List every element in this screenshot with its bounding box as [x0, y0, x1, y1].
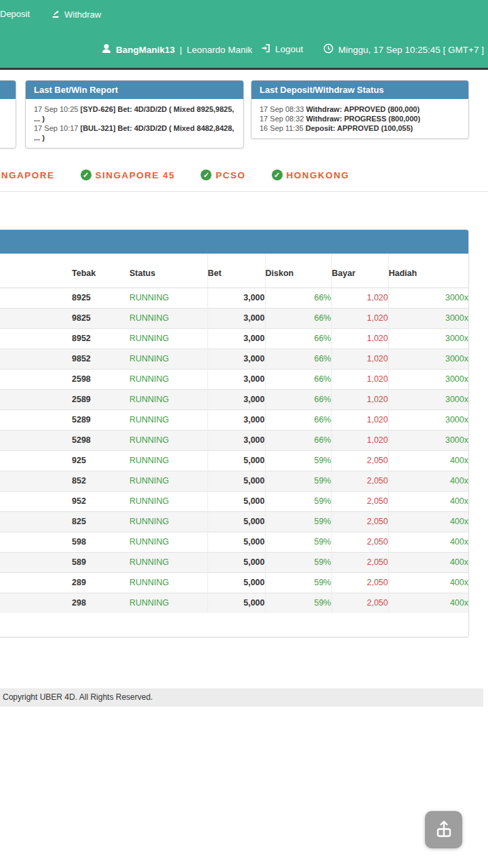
col-header-hadiah: Hadiah — [388, 254, 468, 288]
logout-button[interactable]: Logout — [261, 43, 303, 55]
diskon-cell: 59% — [265, 532, 331, 553]
tebak-cell: 589 — [72, 553, 129, 573]
user-icon — [102, 43, 111, 56]
diskon-cell: 66% — [265, 390, 331, 410]
bayar-cell: 1,020 — [331, 309, 388, 329]
bet-table-row: 3D298RUNNING5,00059%2,050400x — [0, 593, 468, 614]
market-hongkong[interactable]: ✓HONGKONG — [272, 170, 350, 180]
hadiah-cell: 3000x — [388, 288, 468, 309]
game-cell: 4D — [0, 410, 72, 431]
bet-cell: 5,000 — [207, 471, 265, 492]
bet-table-header-row: Game Tebak Status Bet Diskon Bayar Hadia… — [0, 254, 468, 288]
bet-table-row: 4D2598RUNNING3,00066%1,0203000x — [0, 370, 468, 390]
status-cell: RUNNING — [129, 370, 207, 390]
tebak-cell: 852 — [72, 471, 129, 492]
hadiah-cell: 3000x — [388, 390, 468, 410]
diskon-cell: 66% — [265, 309, 331, 329]
game-cell: 4D — [0, 288, 72, 309]
bet-cell: 5,000 — [207, 553, 265, 573]
diskon-cell: 59% — [265, 471, 331, 492]
top-header: Deposit Withdraw BangManik13 | Leonardo … — [0, 0, 488, 68]
status-cell: RUNNING — [129, 309, 207, 329]
bayar-cell: 2,050 — [331, 553, 388, 573]
col-header-bet: Bet — [207, 254, 265, 288]
col-header-bayar: Bayar — [331, 254, 388, 288]
status-cell: RUNNING — [129, 288, 207, 309]
bet-cell: 3,000 — [207, 349, 265, 370]
hadiah-cell: 400x — [388, 512, 468, 532]
game-cell: 4D — [0, 309, 72, 329]
bet-report-entry: 17 Sep 10:17 [BUL-321] Bet: 4D/3D/2D ( M… — [34, 124, 234, 142]
bayar-cell: 1,020 — [331, 349, 388, 370]
game-cell: 3D — [0, 451, 72, 471]
bayar-cell: 1,020 — [331, 390, 388, 410]
hadiah-cell: 400x — [388, 471, 468, 492]
hadiah-cell: 3000x — [388, 431, 468, 451]
nav-withdraw[interactable]: Withdraw — [51, 9, 101, 20]
tebak-cell: 289 — [72, 573, 129, 593]
tebak-cell: 925 — [72, 451, 129, 471]
bayar-cell: 2,050 — [331, 593, 388, 614]
bet-table-row: 3D952RUNNING5,00059%2,050400x — [0, 492, 468, 512]
bet-table-row: 4D2589RUNNING3,00066%1,0203000x — [0, 390, 468, 410]
tebak-cell: 2598 — [72, 370, 129, 390]
check-circle-icon: ✓ — [201, 170, 211, 180]
game-cell: 3D — [0, 553, 72, 573]
footer: Copyright UBER 4D. All Rights Reserved. — [0, 688, 483, 707]
bet-table-row: 3D825RUNNING5,00059%2,050400x — [0, 512, 468, 532]
bayar-cell: 1,020 — [331, 370, 388, 390]
check-circle-icon: ✓ — [81, 170, 92, 180]
status-cell: RUNNING — [129, 410, 207, 431]
tebak-cell: 825 — [72, 512, 129, 532]
status-cell: RUNNING — [129, 349, 207, 370]
diskon-cell: 59% — [265, 512, 331, 532]
bayar-cell: 2,050 — [331, 451, 388, 471]
diskon-cell: 59% — [265, 573, 331, 593]
nav-deposit-label: Deposit — [0, 9, 30, 19]
market-pcso[interactable]: ✓PCSO — [201, 170, 245, 180]
market-label: PCSO — [216, 170, 245, 180]
display-name: Leonardo Manik — [187, 45, 253, 55]
status-cell: RUNNING — [129, 573, 207, 593]
panel-deposit-body: 17 Sep 08:33 Withdraw: APPROVED (800,000… — [251, 99, 468, 138]
hadiah-cell: 400x — [388, 593, 468, 614]
bet-table: Game Tebak Status Bet Diskon Bayar Hadia… — [0, 254, 468, 613]
bayar-cell: 1,020 — [331, 410, 388, 431]
bet-cell: 5,000 — [207, 532, 265, 553]
panel-deposit-title: Last Deposit/Withdraw Status — [251, 81, 468, 99]
logout-icon — [261, 43, 271, 55]
bet-cell: 3,000 — [207, 410, 265, 431]
col-header-diskon: Diskon — [265, 254, 331, 288]
diskon-cell: 66% — [265, 288, 331, 309]
nav-deposit[interactable]: Deposit — [0, 9, 30, 19]
header-user-row: BangManik13 | Leonardo Manik Logout Ming… — [0, 43, 488, 60]
bet-cell: 5,000 — [207, 593, 265, 614]
bet-table-row: 3D289RUNNING5,00059%2,050400x — [0, 573, 468, 593]
bet-table-row: 3D852RUNNING5,00059%2,050400x — [0, 471, 468, 492]
tebak-cell: 8925 — [72, 288, 129, 309]
scroll-export-button[interactable] — [425, 811, 462, 848]
market-singapore-45[interactable]: ✓SINGAPORE 45 — [81, 170, 176, 180]
diskon-cell: 66% — [265, 410, 331, 431]
game-cell: 4D — [0, 390, 72, 410]
market-singapore[interactable]: ✓SINGAPORE — [0, 170, 55, 180]
tebak-cell: 952 — [72, 492, 129, 512]
market-label: HONGKONG — [287, 170, 350, 180]
withdraw-icon — [51, 9, 60, 20]
bet-table-row: 3D925RUNNING5,00059%2,050400x — [0, 451, 468, 471]
bayar-cell: 2,050 — [331, 532, 388, 553]
status-cell: RUNNING — [129, 512, 207, 532]
panel-cutoff-title — [0, 81, 16, 99]
markets-row: ✓SINGAPORE✓SINGAPORE 45✓PCSO✓HONGKONG — [0, 170, 350, 180]
deposit-status-entry: 17 Sep 08:32 Withdraw: PROGRESS (800,000… — [260, 115, 420, 123]
game-cell: 3D — [0, 573, 72, 593]
bet-cell: 3,000 — [207, 390, 265, 410]
panel-deposit-status: Last Deposit/Withdraw Status 17 Sep 08:3… — [251, 80, 469, 139]
bet-cell: 5,000 — [207, 573, 265, 593]
bet-table-row: 4D5289RUNNING3,00066%1,0203000x — [0, 410, 468, 431]
status-cell: RUNNING — [129, 329, 207, 349]
user-info[interactable]: BangManik13 | Leonardo Manik — [102, 43, 252, 56]
tebak-cell: 9825 — [72, 309, 129, 329]
panel-cutoff-body — [0, 99, 16, 148]
bet-table-row: 3D598RUNNING5,00059%2,050400x — [0, 532, 468, 553]
